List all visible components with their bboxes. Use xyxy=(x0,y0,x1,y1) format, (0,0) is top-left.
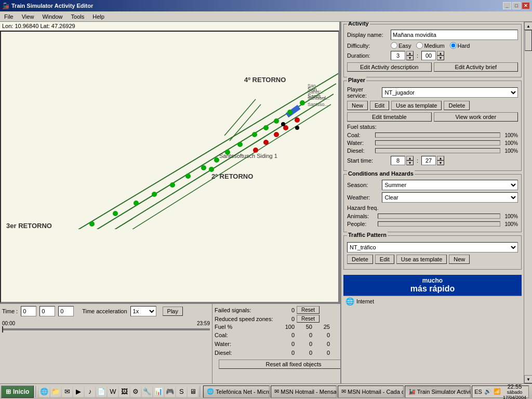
volume-icon: 📶 xyxy=(494,388,501,395)
svg-point-22 xyxy=(134,201,139,206)
duration-mins-input[interactable] xyxy=(421,51,436,60)
player-edit-button[interactable]: Edit xyxy=(370,101,389,110)
traffic-delete-button[interactable]: Delete xyxy=(347,255,373,264)
player-new-button[interactable]: New xyxy=(347,101,368,110)
edit-desc-button[interactable]: Edit Activity description xyxy=(347,62,432,72)
scroll-up-arrow[interactable]: ▲ xyxy=(524,22,532,30)
player-service-select[interactable]: NT_jugador xyxy=(382,87,518,98)
duration-hours-up[interactable]: ▲ xyxy=(406,51,414,56)
edit-timetable-button[interactable]: Edit timetable xyxy=(347,112,432,122)
sys-tray: ES 🔊 📶 22:55 sábado 17/04/2004 xyxy=(472,385,529,398)
doc-icon[interactable]: 📄 xyxy=(96,387,107,397)
people-row: People: 100% xyxy=(347,221,518,227)
svg-point-32 xyxy=(209,167,214,172)
traffic-new-button[interactable]: New xyxy=(449,255,470,264)
app2-icon[interactable]: 🖼 xyxy=(119,387,129,397)
edit-brief-button[interactable]: Edit Activity brief xyxy=(434,62,518,72)
taskbar-app-trainsim[interactable]: 🚂 Train Simulator Activit... xyxy=(405,385,471,398)
season-select[interactable]: Summer Spring Autumn Winter xyxy=(382,180,518,190)
people-label: People: xyxy=(347,221,376,227)
weather-select[interactable]: Clear Overcast Rain Snow xyxy=(382,192,518,203)
weather-label: Weather: xyxy=(347,194,380,201)
app5-icon[interactable]: 📊 xyxy=(153,387,164,397)
close-button[interactable]: ✕ xyxy=(522,2,530,9)
scroll-down-arrow[interactable]: ▼ xyxy=(524,375,532,383)
traffic-use-template-button[interactable]: Use as template xyxy=(396,255,447,264)
app3-icon[interactable]: ⚙ xyxy=(130,387,141,397)
start-m-input[interactable] xyxy=(421,156,436,165)
time-seconds[interactable]: 0 xyxy=(58,306,74,316)
window-controls: _ □ ✕ xyxy=(503,2,530,9)
svg-point-19 xyxy=(185,174,191,179)
fuel-50: 50 xyxy=(297,324,312,330)
app6-icon[interactable]: 🎮 xyxy=(165,387,175,397)
timeline-area: 00:00 23:59 xyxy=(2,320,210,334)
svg-rect-0 xyxy=(1,32,339,229)
duration-mins-up[interactable]: ▲ xyxy=(437,51,444,56)
display-name-row: Display name: xyxy=(347,30,518,40)
start-button[interactable]: ⊞ Inicio xyxy=(1,385,34,398)
taskbar-app-telefonica[interactable]: 🌐 Telefónica Net - Micro... xyxy=(203,385,270,398)
play-button[interactable]: Play xyxy=(163,307,183,316)
people-pct: 100% xyxy=(502,221,518,227)
svg-text:San: San xyxy=(308,83,316,88)
player-title: Player xyxy=(347,77,366,83)
duration-mins-down[interactable]: ▼ xyxy=(437,56,444,60)
duration-label: Duration: xyxy=(347,52,389,59)
duration-hours-down[interactable]: ▼ xyxy=(406,56,414,60)
hard-radio[interactable] xyxy=(450,42,457,49)
music-icon[interactable]: ♪ xyxy=(85,387,95,397)
email-icon[interactable]: ✉ xyxy=(62,387,72,397)
svg-point-14 xyxy=(252,132,257,137)
player-use-template-button[interactable]: Use as template xyxy=(391,101,442,110)
diesel-v2: 0 xyxy=(297,350,312,356)
app7-icon[interactable]: S xyxy=(176,387,187,397)
menu-help[interactable]: Help xyxy=(90,13,107,20)
easy-radio[interactable] xyxy=(391,42,397,49)
start-m-spinner: ▲ ▼ xyxy=(421,156,444,165)
start-m-down[interactable]: ▼ xyxy=(437,161,444,165)
app4-icon[interactable]: 🔧 xyxy=(142,387,152,397)
traffic-pattern-select[interactable]: NT_tráfico xyxy=(347,242,518,252)
accel-select[interactable]: 1x 2x 4x 8x xyxy=(130,306,156,316)
weather-row: Weather: Clear Overcast Rain Snow xyxy=(347,192,518,203)
view-work-button[interactable]: View work order xyxy=(434,112,518,122)
reset-signals-button[interactable]: Reset xyxy=(297,306,320,314)
folder-icon[interactable]: 📁 xyxy=(50,387,61,397)
time-hours[interactable]: 0 xyxy=(21,306,36,316)
media-icon[interactable]: ▶ xyxy=(73,387,84,397)
app8-icon[interactable]: 🖥 xyxy=(188,387,198,397)
time-minutes[interactable]: 0 xyxy=(39,306,55,316)
diesel-label: Diesel: xyxy=(215,350,277,356)
traffic-btn-row: Delete Edit Use as template New xyxy=(347,255,518,264)
start-h-down[interactable]: ▼ xyxy=(406,161,414,165)
app-icon: 🚂 xyxy=(2,3,9,9)
svg-text:Santssof...: Santssof... xyxy=(308,96,330,101)
ad-text-line1: mucho xyxy=(345,277,520,284)
medium-radio[interactable] xyxy=(416,42,423,49)
duration-hours-input[interactable] xyxy=(391,51,405,60)
traffic-edit-button[interactable]: Edit xyxy=(375,255,394,264)
app-trainsim-label: Train Simulator Activit... xyxy=(417,389,471,395)
start-h-up[interactable]: ▲ xyxy=(406,156,414,161)
right-scrollbar[interactable]: ▲ ▼ xyxy=(524,22,532,383)
svg-point-15 xyxy=(237,142,243,147)
timeline-bar[interactable] xyxy=(2,328,210,330)
word-icon[interactable]: W xyxy=(108,387,118,397)
menu-view[interactable]: View xyxy=(20,13,36,20)
start-m-up[interactable]: ▲ xyxy=(437,156,444,161)
scroll-track[interactable] xyxy=(524,30,532,375)
clock-date: 17/04/2004 xyxy=(503,395,526,400)
menu-tools[interactable]: Tools xyxy=(69,13,87,20)
minimize-button[interactable]: _ xyxy=(503,2,511,9)
taskbar-app-hotmail1[interactable]: ✉ MSN Hotmail - Mensaj... xyxy=(271,385,337,398)
menu-file[interactable]: File xyxy=(2,13,16,20)
taskbar-app-hotmail2[interactable]: ✉ MSN Hotmail - Cada d... xyxy=(338,385,404,398)
start-h-input[interactable] xyxy=(391,156,405,165)
reset-speed-button[interactable]: Reset xyxy=(297,315,320,323)
ie-icon[interactable]: 🌐 xyxy=(39,387,49,397)
maximize-button[interactable]: □ xyxy=(512,2,521,9)
menu-window[interactable]: Window xyxy=(40,13,64,20)
display-name-input[interactable] xyxy=(391,30,518,40)
player-delete-button[interactable]: Delete xyxy=(444,101,470,110)
